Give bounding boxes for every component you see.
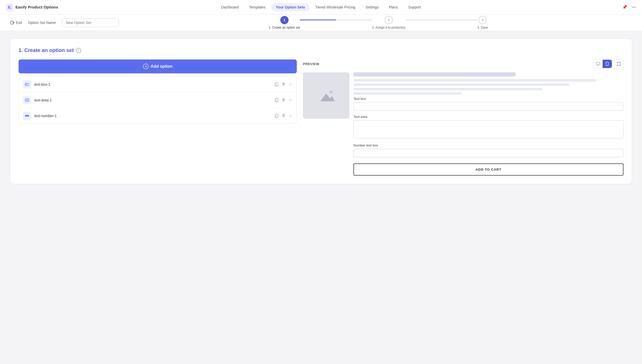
skeleton-title [353,72,516,76]
svg-point-8 [290,84,290,85]
progress-container: 1 1. Create an option set 2 2. Assign it… [125,16,632,29]
svg-point-30 [290,116,290,116]
svg-point-39 [330,91,333,94]
nav-plans[interactable]: Plans [384,3,403,11]
add-option-button[interactable]: + Add option [19,59,297,73]
option-set-name-label: Option Set Name [28,21,56,25]
preview-text-box-label: Text box [353,97,623,101]
card-title: 1. Create an option set ? [19,47,623,53]
svg-rect-17 [276,98,278,101]
view-toggle [593,59,612,68]
duplicate-icon-text-box-1[interactable] [275,82,279,86]
exit-button[interactable]: Exit [10,21,22,25]
option-row-text-number-1: 123 text-number-1 [19,108,297,124]
option-set-name-input[interactable] [62,18,119,27]
step-circle-1: 1 [280,16,289,24]
options-list: text-box-1 [19,76,297,124]
svg-point-9 [291,84,291,85]
right-column: PREVIEW [303,59,623,176]
preview-controls [593,59,623,68]
preview-text-area-field: Text area [353,115,623,139]
progress-line-2 [405,20,477,20]
svg-point-33 [291,117,291,117]
pin-icon[interactable]: 📌 [622,5,627,10]
two-col-layout: + Add option text-box-1 [19,59,623,176]
svg-rect-5 [276,83,278,85]
preview-title: PREVIEW [303,62,319,66]
drag-icon-text-number-1[interactable] [288,114,292,118]
preview-text-area-input[interactable] [353,120,623,138]
option-row-text-box-1: text-box-1 [19,77,297,92]
plus-circle-icon: + [143,64,149,69]
progress-step-3: 3 3. Save [477,16,488,29]
svg-point-19 [291,99,291,100]
logo-icon: E. [6,4,13,11]
step-label-3: 3. Save [477,26,488,29]
help-icon[interactable]: ? [76,48,81,53]
option-name-text-number-1: text-number-1 [34,114,272,118]
main-content: 1. Create an option set ? + Add option [0,31,642,192]
nav-support[interactable]: Support [404,3,426,11]
progress-line-1 [300,20,372,20]
option-actions-text-box-1 [275,82,292,86]
delete-icon-text-box-1[interactable] [282,82,286,86]
topbar: E. Easify Product Options Dashboard Temp… [0,0,642,14]
svg-point-28 [290,115,290,115]
preview-body: Text box Text area Number text box ADD T… [303,72,623,176]
svg-point-6 [290,83,290,84]
delete-icon-text-number-1[interactable] [282,114,286,118]
desktop-view-toggle[interactable] [593,60,603,68]
option-actions-text-area-1 [275,98,292,102]
drag-icon-text-box-1[interactable] [288,82,292,86]
left-column: + Add option text-box-1 [19,59,297,176]
mobile-view-toggle[interactable] [603,60,612,68]
app-name: Easify Product Options [15,5,58,9]
nav-dashboard[interactable]: Dashboard [216,3,243,11]
progress-line-filled-1 [300,20,336,20]
step-circle-2: 2 [385,16,393,24]
preview-number-input[interactable] [353,149,623,157]
create-option-set-card: 1. Create an option set ? + Add option [10,39,632,184]
option-row-text-area-1: text-area-1 [19,92,297,108]
nav-tiered-wholesale[interactable]: Tiered Wholesale Pricing [311,3,360,11]
svg-point-21 [291,100,291,100]
delete-icon-text-area-1[interactable] [282,98,286,102]
nav-templates[interactable]: Templates [244,3,270,11]
nav-settings[interactable]: Settings [361,3,383,11]
exit-icon [10,21,14,25]
text-number-icon: 123 [23,112,31,120]
step-label-1: 1. Create an option set [269,26,300,29]
svg-point-20 [290,100,290,100]
preview-text-area-label: Text area [353,115,623,119]
svg-point-32 [290,117,290,117]
drag-icon-text-area-1[interactable] [288,98,292,102]
svg-point-7 [291,83,291,84]
option-name-text-area-1: text-area-1 [34,98,272,102]
preview-text-box-input[interactable] [353,102,623,111]
progress-step-1: 1 1. Create an option set [269,16,300,29]
nav-your-option-sets[interactable]: Your Option Sets [271,3,310,11]
expand-preview-button[interactable] [614,60,623,68]
subheader: Exit Option Set Name 1 1. Create an opti… [0,14,642,31]
topbar-right: 📌 ••• [622,5,636,10]
add-to-cart-button[interactable]: ADD TO CART [353,163,623,176]
option-name-text-box-1: text-box-1 [34,82,272,86]
skeleton-line-1 [353,79,596,82]
svg-point-29 [291,115,291,115]
svg-point-10 [290,85,290,86]
svg-point-22 [290,101,290,101]
skeleton-line-2 [353,83,569,86]
step-label-2: 2. Assign it to product(s) [372,26,405,29]
more-options-icon[interactable]: ••• [631,5,636,10]
svg-point-31 [291,116,291,116]
text-area-icon [23,96,31,104]
preview-number-field: Number text box [353,143,623,157]
preview-form: Text box Text area Number text box ADD T… [353,72,623,176]
svg-rect-34 [596,62,600,65]
skeleton-line-4 [353,92,461,95]
preview-header: PREVIEW [303,59,623,68]
product-image-placeholder [303,72,349,119]
duplicate-icon-text-area-1[interactable] [275,98,279,102]
text-box-icon [23,80,31,89]
duplicate-icon-text-number-1[interactable] [275,114,279,118]
